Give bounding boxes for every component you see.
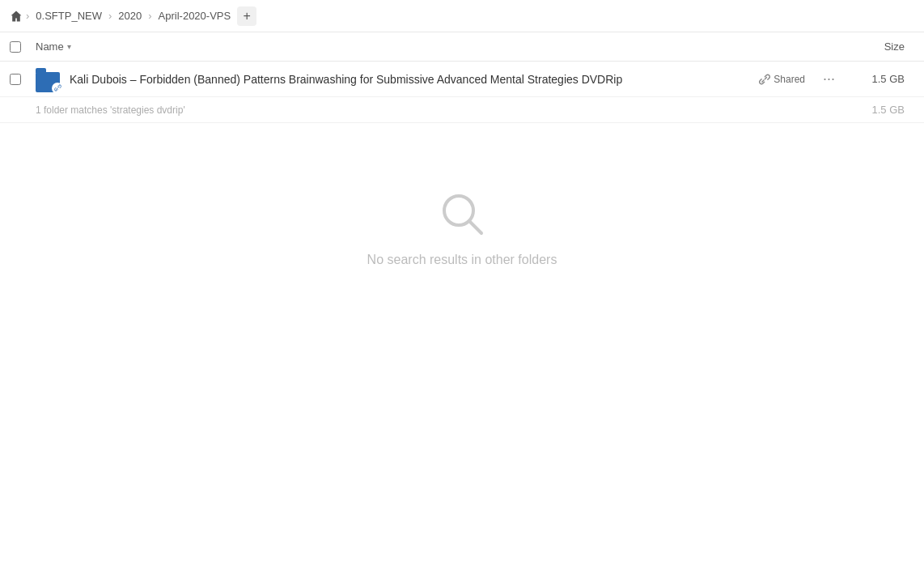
select-all-checkbox-wrapper[interactable] xyxy=(10,41,29,53)
breadcrumb-bar: › 0.SFTP_NEW › 2020 › April-2020-VPS + xyxy=(0,0,924,32)
summary-row: 1 folder matches 'strategies dvdrip' 1.5… xyxy=(0,97,924,123)
file-size-value: 1.5 GB xyxy=(850,73,914,85)
shared-badge: Shared xyxy=(759,74,805,85)
breadcrumb-sep-1: › xyxy=(108,10,112,22)
breadcrumb-item-2020[interactable]: 2020 xyxy=(115,8,145,23)
empty-state: No search results in other folders xyxy=(0,123,924,300)
size-column-header: Size xyxy=(850,40,914,53)
no-results-message: No search results in other folders xyxy=(367,253,557,267)
shared-link-icon xyxy=(759,74,770,85)
summary-size: 1.5 GB xyxy=(850,104,914,116)
file-checkbox-wrapper[interactable] xyxy=(10,74,29,85)
file-name-label: Kali Dubois – Forbidden (Banned) Pattern… xyxy=(70,73,759,86)
file-folder-icon xyxy=(36,66,61,92)
breadcrumb-sep-2: › xyxy=(148,10,151,22)
file-checkbox[interactable] xyxy=(10,74,21,85)
link-badge-icon xyxy=(54,84,61,91)
add-tab-button[interactable]: + xyxy=(237,6,256,26)
name-column-header[interactable]: Name ▾ xyxy=(36,40,850,53)
breadcrumb-item-sftp[interactable]: 0.SFTP_NEW xyxy=(32,8,105,23)
column-header-row: Name ▾ Size xyxy=(0,32,924,62)
breadcrumb-item-april[interactable]: April-2020-VPS xyxy=(155,8,235,23)
shared-label: Shared xyxy=(774,74,805,85)
file-row[interactable]: Kali Dubois – Forbidden (Banned) Pattern… xyxy=(0,62,924,97)
summary-text: 1 folder matches 'strategies dvdrip' xyxy=(36,104,850,116)
file-actions-menu[interactable]: ··· xyxy=(818,69,840,89)
home-breadcrumb[interactable] xyxy=(10,10,23,23)
name-sort-chevron: ▾ xyxy=(67,42,71,51)
select-all-checkbox[interactable] xyxy=(10,41,21,53)
more-options-button[interactable]: ··· xyxy=(818,69,840,89)
svg-line-1 xyxy=(469,221,481,233)
home-icon xyxy=(10,10,23,23)
name-column-label: Name xyxy=(36,40,64,53)
no-results-icon xyxy=(436,188,488,240)
breadcrumb-sep-0: › xyxy=(26,10,29,22)
